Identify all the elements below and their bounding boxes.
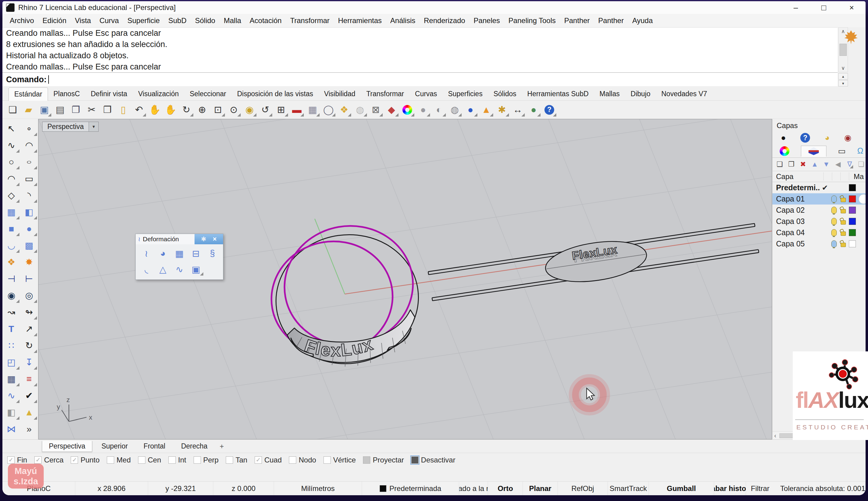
viewport-tab[interactable]: Superior — [95, 441, 135, 452]
layer-visibility-bulb-icon[interactable] — [831, 195, 837, 202]
solid-tools-icon[interactable]: ◧ — [2, 404, 20, 420]
viewport-tab[interactable]: Frontal — [137, 441, 172, 452]
osnap-toggle[interactable]: Proyectar — [363, 456, 404, 464]
pyramid-icon[interactable]: ▲ — [20, 404, 38, 420]
dimension-tools-icon[interactable]: ↔ — [510, 102, 526, 117]
extend-curve-icon[interactable]: ↝ — [2, 304, 20, 320]
menu-item[interactable]: SubD — [164, 17, 191, 25]
toolbar-tab[interactable]: Disposición de las vistas — [232, 87, 319, 100]
open-file-icon[interactable]: ▰ — [21, 102, 36, 117]
layer-visibility-bulb-icon[interactable] — [831, 207, 837, 214]
control-point-curve-icon[interactable]: ∿ — [2, 137, 20, 153]
menu-item[interactable]: Edición — [38, 17, 71, 25]
status-cell[interactable]: SmartTrack — [608, 482, 649, 495]
rotate-view-icon[interactable]: ↻ — [179, 102, 194, 117]
undo-view-icon[interactable]: ↺ — [257, 102, 273, 117]
checkbox-icon[interactable] — [107, 456, 114, 464]
new-file-icon[interactable]: ❏ — [5, 102, 21, 117]
toolbar-tab[interactable]: Transformar — [361, 87, 409, 100]
render-mesh-icon[interactable]: ◍ — [447, 102, 462, 117]
viewport-dropdown-icon[interactable]: ▼ — [89, 122, 99, 132]
layer-page-icon[interactable]: ❏ — [857, 160, 866, 169]
save-icon[interactable]: ▣ — [36, 102, 52, 117]
checkbox-icon[interactable] — [194, 456, 201, 464]
offset-curve-icon[interactable]: ↬ — [20, 304, 38, 320]
close-button[interactable]: × — [838, 1, 866, 14]
mirror-icon[interactable]: ⋈ — [2, 420, 20, 437]
layer-color-swatch[interactable] — [849, 184, 856, 191]
status-cell[interactable]: Orto — [488, 482, 523, 495]
checkbox-icon[interactable] — [323, 456, 331, 464]
delete-layer-icon[interactable]: ✖ — [799, 160, 807, 169]
cone-analysis-icon[interactable]: ▲ — [478, 102, 494, 117]
zoom-target-icon[interactable]: ◉ — [242, 102, 257, 117]
layer-row[interactable]: Capa 01 — [772, 193, 866, 204]
scroll-thumb[interactable] — [839, 44, 847, 56]
status-cell[interactable]: z 0.000 — [213, 482, 274, 495]
menu-item[interactable]: Renderizado — [420, 17, 470, 25]
layer-color-swatch[interactable] — [849, 240, 856, 247]
move-copy-icon[interactable]: ↗ — [20, 320, 38, 337]
rectangle-icon[interactable]: ▭ — [20, 170, 38, 187]
check-validate-icon[interactable]: ✔ — [20, 387, 38, 404]
layer-name[interactable]: Capa 02 — [776, 206, 820, 214]
collapse-icon[interactable]: ◀ — [834, 160, 842, 169]
rendering-icon[interactable]: ◉ — [844, 133, 851, 142]
layer-lock-icon[interactable] — [841, 243, 846, 247]
status-cell[interactable]: y -29.321 — [148, 482, 213, 495]
layer-color-swatch[interactable] — [849, 229, 856, 236]
checkbox-icon[interactable] — [255, 456, 262, 464]
perspective-viewport[interactable]: FlexLux FlexLux FlexLux — [38, 119, 772, 439]
viewport-layout-icon[interactable]: ⊞ — [273, 102, 289, 117]
status-cell[interactable]: Milímetros — [274, 482, 362, 495]
circle-icon[interactable]: ○ — [2, 153, 20, 170]
wireframe-sphere-icon[interactable]: ◯ — [321, 102, 336, 117]
display-icon[interactable]: ▭ — [838, 146, 846, 156]
menu-item[interactable]: Paneles — [470, 17, 504, 25]
menu-item[interactable]: Panther — [594, 17, 628, 25]
pan-hand-alt-icon[interactable]: ✋ — [163, 102, 179, 117]
layer-material-ball[interactable] — [859, 194, 866, 204]
command-scrollbar[interactable]: ∧ ∨ — [838, 27, 848, 72]
layer-row[interactable]: Predetermi... ✔ — [772, 182, 866, 193]
osnap-toggle[interactable]: Perp — [194, 456, 219, 464]
viewport-label[interactable]: Perspectiva ▼ — [42, 122, 99, 132]
menu-item[interactable]: Herramientas — [334, 17, 386, 25]
osnap-toggle[interactable]: Int — [169, 456, 186, 464]
layer-row[interactable]: Capa 04 — [772, 227, 866, 238]
column-capa[interactable]: Capa — [772, 172, 793, 181]
menu-item[interactable]: Curva — [95, 17, 123, 25]
lamp-visibility-icon[interactable]: ◍ — [352, 102, 368, 117]
toolbar-tab[interactable]: Dibujo — [625, 87, 656, 100]
project-icon[interactable]: ↧ — [20, 354, 38, 371]
rotate-icon[interactable]: ↻ — [20, 337, 38, 354]
arc-icon[interactable]: ◠ — [2, 170, 20, 187]
toolbar-tab[interactable]: Herramientas SubD — [522, 87, 594, 100]
command-spinner[interactable]: ▲ ▼ — [838, 73, 848, 86]
layer-row[interactable]: Capa 02 — [772, 204, 866, 216]
status-cell[interactable]: Tolerancia absoluta: 0.001 — [780, 482, 866, 495]
toolbar-tab[interactable]: Sólidos — [488, 87, 522, 100]
status-cell[interactable]: Planar — [523, 482, 558, 495]
render-icon[interactable]: ● — [462, 102, 478, 117]
menu-item[interactable]: Panther — [560, 17, 594, 25]
taper-dimension-icon[interactable]: ⊟ — [187, 246, 204, 261]
options-gears-icon[interactable]: ✱ — [494, 102, 510, 117]
ghosted-view-icon[interactable]: ◐ — [431, 102, 447, 117]
osnap-toggle[interactable]: Punto — [71, 456, 99, 464]
menu-item[interactable]: Paneling Tools — [504, 17, 560, 25]
ellipse-icon[interactable]: ○ — [20, 153, 38, 170]
surface-patch-icon[interactable]: ◧ — [20, 204, 38, 220]
status-cell[interactable]: Filtrar — [746, 482, 780, 495]
close-icon[interactable]: × — [213, 235, 217, 243]
layer-name[interactable]: Predetermi... — [776, 183, 820, 192]
paste-icon[interactable]: ▯ — [115, 102, 131, 117]
column-material[interactable]: Ma — [854, 172, 864, 181]
maximize-button[interactable]: □ — [810, 1, 838, 14]
cage-edit-icon[interactable]: ▣ — [187, 262, 204, 276]
osnap-toggle[interactable]: Fin — [7, 456, 27, 464]
filter-icon[interactable]: ∇ — [845, 160, 854, 169]
status-cell[interactable]: Predeterminada — [362, 482, 459, 495]
point-icon[interactable]: ∘ — [20, 120, 38, 137]
curve-blend-icon[interactable]: ◝ — [20, 187, 38, 204]
